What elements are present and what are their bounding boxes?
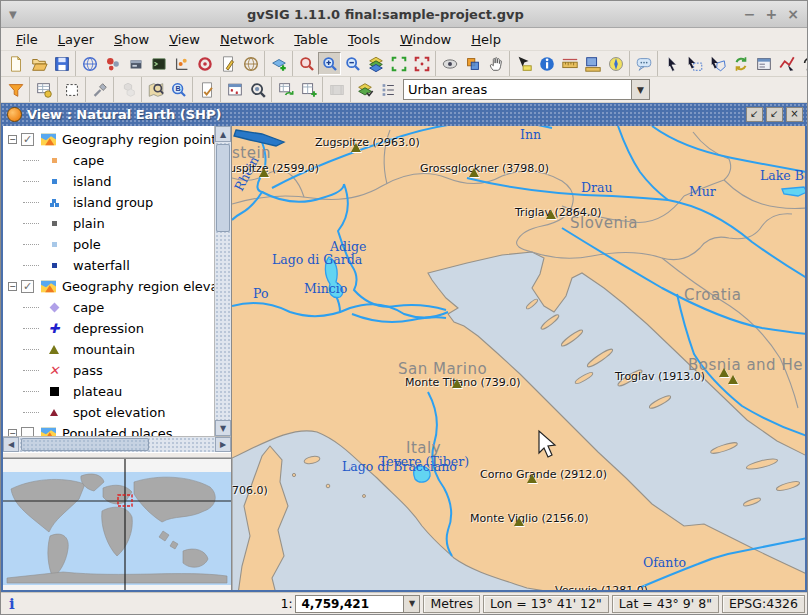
scroll-down-icon[interactable]: ▼ [215, 420, 231, 436]
menu-table[interactable]: Table [285, 30, 337, 49]
collapse-icon[interactable]: − [8, 282, 17, 291]
pan-button[interactable] [484, 52, 507, 75]
chevron-down-icon[interactable]: ▼ [403, 595, 420, 613]
search-by-attribute-icon [170, 81, 188, 99]
scale-value[interactable]: 4,759,421 [295, 595, 403, 613]
zoom-all-button[interactable] [364, 52, 387, 75]
open-project-button[interactable] [27, 52, 50, 75]
layer-edit-manager-button[interactable] [353, 78, 376, 101]
layer-visibility-checkbox[interactable]: ✓ [21, 133, 34, 146]
console-button[interactable] [147, 52, 170, 75]
layer-node-populated-places[interactable]: −Populated places [5, 423, 214, 436]
annotation-editor-icon [219, 55, 237, 73]
settings-tools-button[interactable] [88, 78, 111, 101]
layer-node-geography-region-eleva[interactable]: −✓Geography region eleva [5, 276, 214, 297]
image-export-button[interactable] [325, 78, 348, 101]
menu-window[interactable]: Window [391, 30, 460, 49]
center-view-button[interactable] [193, 52, 216, 75]
overview-map[interactable] [3, 458, 231, 590]
view-frame-titlebar[interactable]: View : Natural Earth (SHP) ↙ ↙ × [1, 103, 807, 126]
menu-help[interactable]: Help [462, 30, 510, 49]
hyperlink-button[interactable] [632, 52, 655, 75]
search-by-attribute-button[interactable] [167, 78, 190, 101]
legend-item-island: island [5, 171, 214, 192]
zoom-out-button[interactable] [341, 52, 364, 75]
scroll-up-icon[interactable]: ▲ [215, 126, 231, 142]
select-region-button[interactable] [60, 78, 83, 101]
table-add-button[interactable] [297, 78, 320, 101]
menu-tools[interactable]: Tools [339, 30, 389, 49]
layer-name: Geography region point [62, 132, 214, 147]
select-polyline-button[interactable] [775, 52, 798, 75]
menu-layer[interactable]: Layer [49, 30, 103, 49]
new-document-button[interactable] [4, 52, 27, 75]
frame-close-button[interactable]: × [786, 107, 803, 122]
network-analysis-button[interactable] [101, 52, 124, 75]
table-refresh-button[interactable] [274, 78, 297, 101]
measure-area-button[interactable] [581, 52, 604, 75]
toc-vertical-scrollbar[interactable]: ▲ ▼ [214, 126, 231, 436]
zoom-selection-button[interactable] [387, 52, 410, 75]
add-layer-icon [270, 55, 288, 73]
menu-view[interactable]: View [160, 30, 209, 49]
statistics-chart-button[interactable] [170, 52, 193, 75]
frame-minimize-button[interactable]: ↙ [746, 107, 763, 122]
network-edit-button[interactable] [239, 52, 262, 75]
active-layer-value[interactable]: Urban areas [403, 79, 631, 100]
layer-visibility-checkbox[interactable] [21, 427, 34, 436]
info-button[interactable] [535, 52, 558, 75]
locate-button[interactable] [604, 52, 627, 75]
window-menu-icon[interactable]: ▼ [9, 9, 27, 20]
chevron-down-icon[interactable]: ▼ [631, 79, 650, 100]
frame-restore-button[interactable]: ↙ [766, 107, 783, 122]
active-layer-combo[interactable]: Urban areas▼ [403, 79, 650, 100]
export-data-button[interactable] [124, 52, 147, 75]
zoom-all-icon [367, 55, 385, 73]
collapse-icon[interactable]: − [8, 429, 17, 436]
select-rectangle-button[interactable] [683, 52, 706, 75]
catalog-search-button[interactable] [246, 78, 269, 101]
menu-file[interactable]: File [7, 30, 47, 49]
menu-show[interactable]: Show [105, 30, 158, 49]
scrollbar-thumb[interactable] [21, 438, 149, 451]
save-project-button[interactable] [50, 52, 73, 75]
layer-visibility-checkbox[interactable]: ✓ [21, 280, 34, 293]
add-layer-button[interactable] [267, 52, 290, 75]
table-properties-button[interactable] [32, 78, 55, 101]
table-alerts-button[interactable] [223, 78, 246, 101]
filter-button[interactable] [4, 78, 27, 101]
maximize-button[interactable]: + [766, 6, 778, 22]
layer-node-geography-region-point[interactable]: −✓Geography region point [5, 129, 214, 150]
annotation-editor-button[interactable] [216, 52, 239, 75]
network-view-button[interactable] [78, 52, 101, 75]
measure-info-button[interactable] [512, 52, 535, 75]
legend-symbol [43, 304, 65, 311]
zoom-reduce-button[interactable] [410, 52, 433, 75]
symbol-levels-button[interactable] [376, 78, 399, 101]
view-visibility-button[interactable] [438, 52, 461, 75]
table-add-icon [300, 81, 318, 99]
geoprocessing-icon [119, 81, 137, 99]
scrollbar-thumb[interactable] [216, 144, 230, 232]
scroll-right-icon[interactable]: ▶ [215, 437, 231, 452]
map-view[interactable]: InnRheinAdigeLago di GardaMincioPoDrauMu… [232, 126, 805, 590]
scroll-left-icon[interactable]: ◀ [3, 437, 19, 452]
menu-network[interactable]: Network [211, 30, 283, 49]
minimize-button[interactable]: − [744, 6, 756, 22]
collapse-icon[interactable]: − [8, 135, 17, 144]
scale-combo[interactable]: 4,759,421 ▼ [295, 595, 420, 613]
validate-edit-button[interactable] [195, 78, 218, 101]
geoprocessing-button[interactable] [116, 78, 139, 101]
close-button[interactable]: × [787, 6, 799, 22]
overlap-tool-button[interactable] [461, 52, 484, 75]
locator-setup-button[interactable] [144, 78, 167, 101]
zoom-previous-button[interactable] [295, 52, 318, 75]
invert-selection-button[interactable] [729, 52, 752, 75]
toc-horizontal-scrollbar[interactable]: ◀ ▶ [3, 436, 231, 452]
select-point-button[interactable] [660, 52, 683, 75]
zoom-in-button[interactable] [318, 52, 341, 75]
select-circle-button[interactable] [798, 52, 808, 75]
selection-manager-button[interactable] [752, 52, 775, 75]
select-polygon-button[interactable] [706, 52, 729, 75]
measure-distance-button[interactable] [558, 52, 581, 75]
